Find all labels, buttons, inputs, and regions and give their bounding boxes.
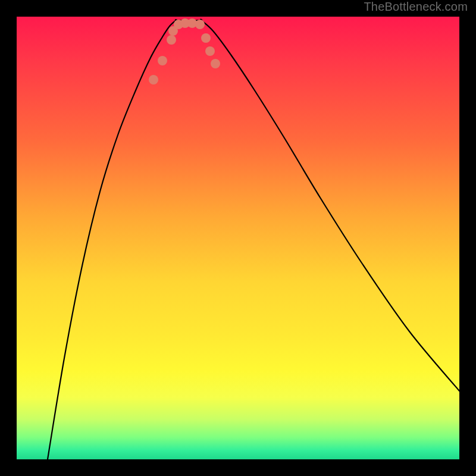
highlight-marker — [211, 59, 220, 68]
highlight-marker — [205, 46, 215, 56]
highlight-marker — [201, 33, 211, 43]
highlight-marker — [167, 35, 176, 45]
curve-layer — [17, 17, 459, 459]
plot-area — [17, 17, 459, 459]
bottleneck-curve — [48, 20, 459, 459]
chart-frame — [10, 10, 466, 466]
highlight-marker — [149, 75, 158, 84]
highlight-marker — [195, 20, 205, 29]
watermark-text: TheBottleneck.com — [364, 0, 468, 14]
highlight-marker — [158, 56, 167, 65]
